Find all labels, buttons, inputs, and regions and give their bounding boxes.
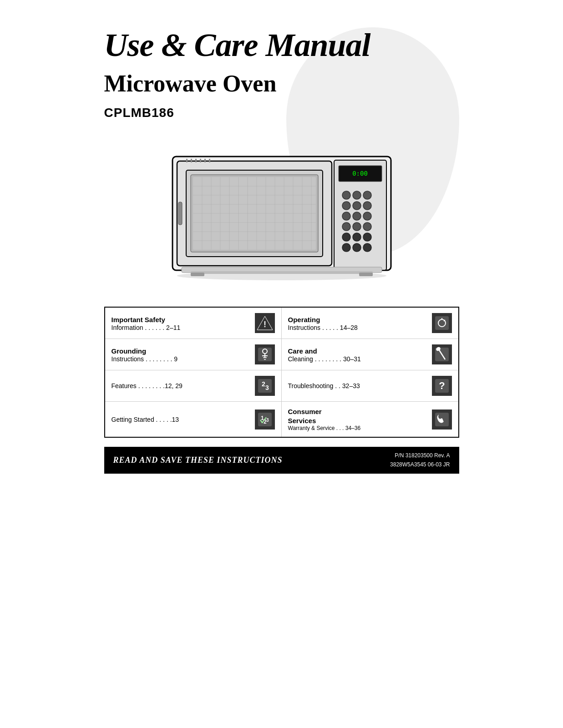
toc-cleaning-pages: Cleaning . . . . . . . . 30–31 bbox=[288, 355, 361, 363]
svg-point-46 bbox=[353, 243, 361, 252]
toc-consumer-label2: Services bbox=[288, 416, 361, 425]
svg-point-44 bbox=[363, 233, 371, 241]
toc-troubleshooting-pages: Troubleshooting . . 32–33 bbox=[288, 382, 360, 389]
footer-pn-line2: 3828W5A3545 06-03 JR bbox=[390, 460, 450, 469]
svg-point-34 bbox=[353, 202, 361, 210]
footer-pn-line1: P/N 318203500 Rev. A bbox=[390, 451, 450, 460]
getting-started-icon: 1 2 3 bbox=[255, 410, 275, 430]
toc-item-consumer: Consumer Services Warranty & Service . .… bbox=[282, 402, 458, 437]
toc-operating-pages: Instructions . . . . . 14–28 bbox=[288, 324, 358, 331]
svg-point-41 bbox=[363, 222, 371, 231]
safety-icon: ! bbox=[255, 313, 275, 333]
toc-item-getting-started: Getting Started . . . . .13 1 2 3 bbox=[105, 402, 282, 437]
svg-rect-26 bbox=[178, 202, 182, 225]
svg-text:0:00: 0:00 bbox=[352, 170, 368, 177]
svg-rect-55 bbox=[191, 271, 373, 274]
svg-point-36 bbox=[342, 212, 350, 220]
svg-rect-53 bbox=[209, 159, 210, 162]
svg-text:?: ? bbox=[439, 380, 445, 391]
toc-item-operating: Operating Instructions . . . . . 14–28 bbox=[282, 308, 458, 339]
table-of-contents: Important Safety Information . . . . . .… bbox=[104, 307, 459, 438]
svg-point-42 bbox=[342, 233, 350, 241]
footer-part-number: P/N 318203500 Rev. A 3828W5A3545 06-03 J… bbox=[390, 451, 450, 469]
svg-rect-48 bbox=[186, 159, 188, 162]
troubleshooting-icon: ? bbox=[432, 376, 452, 396]
svg-rect-52 bbox=[204, 159, 206, 162]
svg-point-45 bbox=[342, 243, 350, 252]
svg-point-43 bbox=[353, 233, 361, 241]
svg-point-31 bbox=[353, 191, 361, 199]
toc-consumer-label1: Consumer bbox=[288, 407, 361, 416]
svg-point-38 bbox=[363, 212, 371, 220]
svg-rect-50 bbox=[195, 159, 197, 162]
footer-instructions-text: READ AND SAVE THESE INSTRUCTIONS bbox=[113, 455, 283, 465]
toc-item-features: Features . . . . . . . .12, 29 2 3 bbox=[105, 370, 282, 402]
svg-rect-57 bbox=[359, 273, 373, 276]
toc-features-pages: Features . . . . . . . .12, 29 bbox=[112, 382, 183, 389]
consumer-icon bbox=[432, 410, 452, 430]
toc-item-safety: Important Safety Information . . . . . .… bbox=[105, 308, 282, 339]
svg-text:2: 2 bbox=[262, 380, 265, 388]
svg-point-39 bbox=[342, 222, 350, 231]
svg-point-37 bbox=[353, 212, 361, 220]
microwave-illustration: 0:00 bbox=[163, 138, 400, 284]
svg-text:3: 3 bbox=[265, 384, 269, 391]
svg-point-30 bbox=[342, 191, 350, 199]
toc-item-cleaning: Care and Cleaning . . . . . . . . 30–31 bbox=[282, 339, 458, 370]
svg-text:3: 3 bbox=[266, 418, 269, 423]
cleaning-icon bbox=[432, 344, 452, 364]
toc-getting-started-pages: Getting Started . . . . .13 bbox=[112, 416, 179, 423]
title-microwave: Microwave Oven bbox=[104, 71, 277, 96]
grounding-icon bbox=[255, 344, 275, 364]
toc-consumer-pages: Warranty & Service . . . 34–36 bbox=[288, 425, 361, 431]
toc-grounding-pages: Instructions . . . . . . . . 9 bbox=[112, 355, 178, 363]
title-use-care: Use & Care Manual bbox=[104, 27, 370, 63]
svg-text:!: ! bbox=[264, 320, 266, 329]
svg-point-40 bbox=[353, 222, 361, 231]
svg-point-35 bbox=[363, 202, 371, 210]
operating-icon bbox=[432, 313, 452, 333]
toc-operating-label1: Operating bbox=[288, 315, 358, 324]
toc-cleaning-label1: Care and bbox=[288, 347, 361, 356]
toc-safety-label1: Important Safety bbox=[112, 315, 181, 324]
features-icon: 2 3 bbox=[255, 376, 275, 396]
toc-safety-pages: Information . . . . . . 2–11 bbox=[112, 324, 181, 331]
svg-point-47 bbox=[363, 243, 371, 252]
toc-grounding-label1: Grounding bbox=[112, 347, 178, 356]
svg-rect-51 bbox=[200, 159, 201, 162]
footer-bar: READ AND SAVE THESE INSTRUCTIONS P/N 318… bbox=[104, 447, 459, 473]
model-number: CPLMB186 bbox=[104, 106, 174, 120]
toc-item-grounding: Grounding Instructions . . . . . . . . 9 bbox=[105, 339, 282, 370]
svg-rect-49 bbox=[191, 159, 192, 162]
svg-point-32 bbox=[363, 191, 371, 199]
toc-item-troubleshooting: Troubleshooting . . 32–33 ? bbox=[282, 370, 458, 402]
svg-rect-56 bbox=[191, 273, 204, 276]
svg-point-33 bbox=[342, 202, 350, 210]
